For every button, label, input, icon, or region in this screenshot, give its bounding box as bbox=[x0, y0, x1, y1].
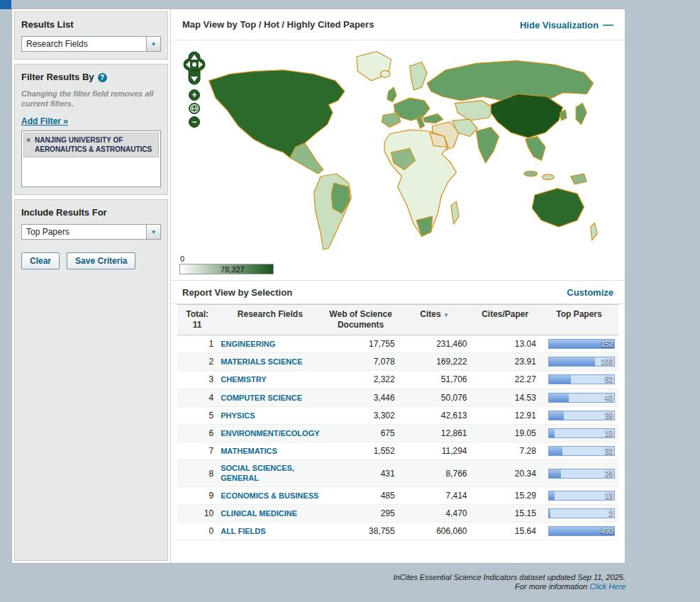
save-criteria-button[interactable]: Save Criteria bbox=[67, 252, 135, 269]
row-field-cell: COMPUTER SCIENCE bbox=[217, 389, 323, 406]
top-papers-bar[interactable]: 108 bbox=[548, 357, 615, 367]
table-row: 4COMPUTER SCIENCE3,44650,07614.5346 bbox=[177, 389, 618, 406]
top-papers-bar[interactable]: 32 bbox=[548, 446, 615, 456]
footer-line2: For more information Click Here bbox=[393, 582, 626, 591]
field-link[interactable]: CHEMISTRY bbox=[221, 375, 266, 384]
total-header: Total: 11 bbox=[177, 305, 217, 335]
region-south-america[interactable] bbox=[314, 174, 352, 250]
region-australia[interactable] bbox=[532, 189, 584, 227]
filter-chip[interactable]: × NANJING UNIVERSITY OF AERONAUTICS & AS… bbox=[23, 133, 159, 157]
world-map[interactable] bbox=[177, 46, 616, 259]
region-mexico[interactable] bbox=[290, 143, 323, 174]
results-list-title: Results List bbox=[21, 19, 161, 30]
region-russia[interactable] bbox=[427, 61, 593, 101]
region-south-africa[interactable] bbox=[416, 216, 433, 236]
cites-per-paper-header: Cites/Paper bbox=[471, 305, 540, 335]
results-list-section: Results List Research Fields ▾ bbox=[14, 11, 168, 60]
help-icon[interactable]: ? bbox=[98, 73, 107, 82]
region-uk[interactable] bbox=[387, 87, 396, 102]
top-papers-bar[interactable]: 46 bbox=[548, 393, 615, 403]
cites-sort-header[interactable]: Cites ▼ bbox=[399, 305, 471, 335]
top-papers-value: 108 bbox=[601, 357, 613, 367]
cites-per-paper-value: 15.15 bbox=[471, 504, 540, 522]
region-madagascar[interactable] bbox=[451, 201, 459, 224]
legend-max-label: 78,327 bbox=[221, 265, 245, 274]
region-new-zealand[interactable] bbox=[591, 223, 597, 240]
add-filter-link[interactable]: Add Filter » bbox=[21, 116, 68, 126]
top-papers-value: 152 bbox=[601, 340, 613, 350]
field-link[interactable]: ECONOMICS & BUSINESS bbox=[221, 491, 318, 501]
region-iberia[interactable] bbox=[382, 113, 400, 128]
top-papers-bar[interactable]: 2 bbox=[548, 508, 615, 518]
field-link[interactable]: MATHEMATICS bbox=[221, 447, 277, 456]
region-brazil[interactable] bbox=[331, 183, 350, 213]
pan-control[interactable] bbox=[183, 50, 206, 87]
region-china[interactable] bbox=[491, 94, 562, 138]
field-link[interactable]: ALL FIELDS bbox=[221, 527, 265, 536]
main-content: Map View by Top / Hot / Highly Cited Pap… bbox=[171, 9, 625, 563]
footer-note: InCites Essential Science Indicators dat… bbox=[393, 573, 626, 591]
top-papers-bar-fill bbox=[549, 509, 550, 518]
top-papers-cell: 35 bbox=[540, 406, 618, 424]
include-results-dropdown[interactable]: Top Papers ▾ bbox=[21, 224, 161, 240]
region-north-america[interactable] bbox=[209, 70, 345, 158]
top-papers-bar[interactable]: 13 bbox=[548, 428, 615, 438]
field-link[interactable]: SOCIAL SCIENCES, GENERAL bbox=[221, 464, 319, 482]
top-papers-bar-fill bbox=[549, 469, 561, 478]
zoom-out-button[interactable]: − bbox=[189, 116, 200, 128]
row-rank: 1 bbox=[177, 335, 217, 353]
region-italy[interactable] bbox=[416, 116, 424, 129]
table-row: 0ALL FIELDS38,755606,06015.64490 bbox=[177, 523, 618, 540]
region-japan[interactable] bbox=[576, 104, 587, 125]
row-field-cell: MATERIALS SCIENCE bbox=[217, 353, 323, 371]
click-here-link[interactable]: Click Here bbox=[589, 582, 626, 591]
map-view-title: Map View by Top / Hot / Highly Cited Pap… bbox=[182, 19, 374, 30]
cites-per-paper-value: 15.29 bbox=[471, 486, 540, 504]
zoom-in-button[interactable]: + bbox=[189, 89, 200, 101]
row-field-cell: MATHEMATICS bbox=[217, 442, 323, 460]
hide-visualization-link[interactable]: Hide Visualization— bbox=[520, 18, 613, 30]
legend-gradient: 78,327 bbox=[179, 264, 274, 274]
region-iceland[interactable] bbox=[381, 71, 390, 77]
table-row: 10CLINICAL MEDICINE2954,47015.152 bbox=[177, 504, 618, 522]
field-link[interactable]: MATERIALS SCIENCE bbox=[221, 357, 302, 367]
top-papers-bar[interactable]: 35 bbox=[548, 411, 615, 420]
row-rank: 10 bbox=[177, 504, 217, 522]
top-papers-value: 13 bbox=[605, 491, 613, 501]
region-indonesia-1[interactable] bbox=[524, 171, 538, 177]
top-papers-bar[interactable]: 490 bbox=[548, 526, 615, 536]
field-link[interactable]: COMPUTER SCIENCE bbox=[221, 394, 302, 403]
region-indonesia-2[interactable] bbox=[542, 174, 554, 180]
remove-filter-icon[interactable]: × bbox=[26, 135, 30, 145]
region-central-asia[interactable] bbox=[455, 101, 495, 121]
top-papers-cell: 108 bbox=[540, 353, 618, 371]
region-new-guinea[interactable] bbox=[571, 174, 587, 184]
globe-icon[interactable] bbox=[189, 103, 200, 114]
clear-button[interactable]: Clear bbox=[21, 252, 60, 269]
include-results-title: Include Results For bbox=[21, 207, 161, 218]
top-papers-bar[interactable]: 29 bbox=[548, 469, 615, 479]
customize-link[interactable]: Customize bbox=[567, 287, 613, 298]
row-rank: 2 bbox=[177, 353, 217, 371]
results-list-dropdown[interactable]: Research Fields ▾ bbox=[21, 36, 161, 52]
docs-value: 675 bbox=[323, 424, 399, 442]
cites-value: 7,414 bbox=[399, 486, 471, 504]
region-scandinavia[interactable] bbox=[410, 62, 427, 90]
field-link[interactable]: ENGINEERING bbox=[221, 340, 275, 349]
docs-value: 1,552 bbox=[323, 442, 399, 460]
top-papers-bar[interactable]: 52 bbox=[548, 374, 615, 384]
include-results-section: Include Results For Top Papers ▾ Clear S… bbox=[14, 199, 168, 561]
top-papers-bar[interactable]: 13 bbox=[548, 491, 615, 501]
cites-value: 51,706 bbox=[399, 371, 471, 389]
top-papers-bar[interactable]: 152 bbox=[548, 339, 615, 349]
legend-min-label: 0 bbox=[180, 255, 274, 263]
top-papers-cell: 29 bbox=[540, 460, 618, 486]
region-turkey[interactable] bbox=[423, 114, 443, 123]
field-link[interactable]: CLINICAL MEDICINE bbox=[221, 509, 297, 518]
region-india[interactable] bbox=[477, 127, 499, 163]
top-papers-cell: 13 bbox=[540, 424, 618, 442]
field-link[interactable]: PHYSICS bbox=[221, 411, 255, 420]
region-se-asia[interactable] bbox=[526, 137, 545, 161]
map-section-header: Map View by Top / Hot / Highly Cited Pap… bbox=[171, 9, 625, 40]
field-link[interactable]: ENVIRONMENT/ECOLOGY bbox=[221, 429, 319, 438]
